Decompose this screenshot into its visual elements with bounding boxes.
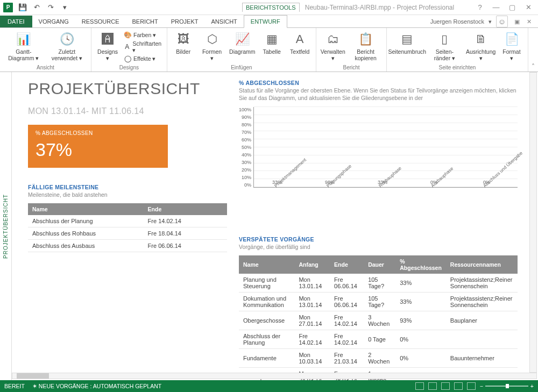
table-row[interactable]: ObergeschosseMon 27.01.14Fre 14.02.143 W… bbox=[239, 311, 518, 330]
table-row[interactable]: Abschluss des RohbausFre 18.04.14 bbox=[28, 227, 227, 239]
kpi-label: % ABGESCHLOSSEN bbox=[36, 130, 160, 136]
manage-icon: 🗂 bbox=[324, 31, 342, 48]
orientation-icon: 🗎 bbox=[472, 31, 490, 48]
milestones-sub: Meilensteine, die bald anstehen bbox=[28, 191, 227, 199]
pct-complete-chart[interactable]: 100%90%80%70%60%50%40%30%20%10%0% 33%98%… bbox=[239, 107, 518, 215]
restore-down-icon[interactable]: ▣ bbox=[512, 17, 522, 26]
save-icon[interactable]: 💾 bbox=[17, 2, 28, 13]
recent-icon: 🕓 bbox=[58, 31, 75, 48]
qat-dropdown-icon[interactable]: ▾ bbox=[59, 2, 70, 13]
status-ready: BEREIT bbox=[4, 383, 25, 389]
colors-icon: 🎨 bbox=[124, 31, 131, 39]
status-schedule-mode[interactable]: ✶ NEUE VORGÄNGE : AUTOMATISCH GEPLANT bbox=[32, 383, 161, 389]
table-row[interactable]: Dokumation und KommunikationMon 13.01.14… bbox=[239, 292, 518, 311]
table-row[interactable]: Planung und SteuerungMon 13.01.14Fre 06.… bbox=[239, 274, 518, 293]
group-label-seite: Seite einrichten bbox=[390, 63, 525, 70]
orientation-button[interactable]: 🗎Ausrichtung ▾ bbox=[465, 30, 497, 63]
kpi-complete-box[interactable]: % ABGESCHLOSSEN 37% bbox=[28, 125, 168, 168]
statusbar: BEREIT ✶ NEUE VORGÄNGE : AUTOMATISCH GEP… bbox=[0, 380, 538, 392]
pct-sub: Status für alle Vorgänge der obersten Eb… bbox=[239, 87, 518, 102]
kpi-value: 37% bbox=[36, 139, 160, 160]
colors-button[interactable]: 🎨Farben ▾ bbox=[123, 31, 164, 39]
view-side-tab[interactable]: PROJEKTÜBERSICHT bbox=[0, 72, 12, 380]
late-tasks-table[interactable]: NameAnfangEndeDauer% AbgeschlossenRessou… bbox=[239, 255, 518, 380]
shapes-icon: ⬡ bbox=[203, 31, 221, 48]
view-shortcut-2-icon[interactable] bbox=[428, 382, 437, 390]
designs-button[interactable]: 🅰Designs ▾ bbox=[95, 30, 121, 63]
table-row[interactable]: Abschluss der PlanungFre 14.02.14 bbox=[28, 215, 227, 227]
minimize-icon[interactable]: — bbox=[490, 2, 502, 13]
maximize-icon[interactable]: ▢ bbox=[506, 2, 519, 13]
table-row[interactable]: Abschluss des AusbausFre 06.06.14 bbox=[28, 239, 227, 252]
late-sub: Vorgänge, die überfällig sind bbox=[239, 244, 518, 251]
tab-projekt[interactable]: PROJEKT bbox=[165, 16, 205, 27]
effects-icon: ◯ bbox=[124, 55, 131, 62]
tab-entwurf[interactable]: ENTWURF bbox=[244, 15, 287, 28]
view-shortcut-1-icon[interactable] bbox=[415, 382, 424, 390]
zoom-slider[interactable]: − + bbox=[480, 383, 534, 389]
view-shortcut-4-icon[interactable] bbox=[454, 382, 463, 390]
table-row[interactable]: Abschluss der PlanungFre 14.02.14Fre 14.… bbox=[239, 330, 518, 348]
designs-icon: 🅰 bbox=[99, 31, 116, 48]
milestones-col-end: Ende bbox=[144, 203, 227, 215]
group-label-bericht: Bericht bbox=[320, 63, 383, 70]
margins-button[interactable]: ▯Seiten- ränder ▾ bbox=[427, 30, 463, 63]
app-icon: P bbox=[3, 3, 13, 12]
page-break-button[interactable]: ▤Seitenumbruch bbox=[390, 30, 424, 63]
close-icon[interactable]: ✕ bbox=[522, 2, 535, 13]
titlebar: P 💾 ↶ ↷ ▾ BERICHTSTOOLS Neubau-Terminal3… bbox=[0, 0, 538, 15]
table-button[interactable]: ▦Tabelle bbox=[259, 30, 285, 63]
date-range: MON 13.01.14- MIT 11.06.14 bbox=[28, 106, 227, 116]
contextual-tab-group: BERICHTSTOOLS bbox=[242, 3, 300, 12]
effects-button[interactable]: ◯Effekte ▾ bbox=[123, 54, 164, 63]
shapes-button[interactable]: ⬡Formen ▾ bbox=[199, 30, 226, 63]
copy-icon: 📋 bbox=[357, 31, 374, 48]
pictures-button[interactable]: 🖼Bilder bbox=[171, 30, 196, 63]
user-dropdown-icon[interactable]: ▾ bbox=[489, 18, 492, 25]
copy-report-button[interactable]: 📋Bericht kopieren bbox=[348, 30, 383, 63]
report-canvas[interactable]: PROJEKTÜBERSICHT MON 13.01.14- MIT 11.06… bbox=[12, 72, 538, 380]
redo-icon[interactable]: ↷ bbox=[45, 2, 56, 13]
page-break-icon: ▤ bbox=[399, 31, 416, 48]
undo-icon[interactable]: ↶ bbox=[31, 2, 42, 13]
collapse-ribbon-icon[interactable]: ˄ bbox=[528, 62, 538, 72]
fonts-icon: A bbox=[124, 43, 130, 51]
chart-icon: 📈 bbox=[233, 31, 251, 48]
view-shortcut-3-icon[interactable] bbox=[441, 382, 450, 390]
textbox-button[interactable]: ATextfeld bbox=[287, 30, 313, 63]
fonts-button[interactable]: ASchriftarten ▾ bbox=[123, 40, 164, 54]
pictures-icon: 🖼 bbox=[175, 31, 192, 48]
ribbon: 📊Gantt- Diagramm ▾ 🕓Zuletzt verwendet ▾ … bbox=[0, 28, 538, 72]
recently-used-button[interactable]: 🕓Zuletzt verwendet ▾ bbox=[46, 30, 88, 63]
tab-bericht[interactable]: BERICHT bbox=[126, 16, 165, 27]
ribbon-tabs: DATEI VORGANG RESSOURCE BERICHT PROJEKT … bbox=[0, 15, 538, 28]
avatar[interactable]: ☺ bbox=[496, 16, 508, 27]
late-heading: VERSPÄTETE VORGÄNGE bbox=[239, 236, 518, 243]
tab-ansicht[interactable]: ANSICHT bbox=[205, 16, 244, 27]
group-label-einfuegen: Einfügen bbox=[171, 63, 313, 70]
textbox-icon: A bbox=[291, 31, 308, 48]
manage-button[interactable]: 🗂Verwalten ▾ bbox=[320, 30, 346, 63]
group-label-ansicht: Ansicht bbox=[3, 63, 88, 70]
format-icon: 📄 bbox=[503, 31, 520, 48]
margins-icon: ▯ bbox=[436, 31, 453, 48]
milestones-heading: FÄLLIGE MEILENSTEINE bbox=[28, 184, 227, 190]
gantt-diagram-button[interactable]: 📊Gantt- Diagramm ▾ bbox=[3, 30, 44, 63]
table-row[interactable]: FundamenteMon 10.03.14Fre 21.03.142 Woch… bbox=[239, 348, 518, 367]
format-button[interactable]: 📄Format ▾ bbox=[499, 30, 525, 63]
milestones-table[interactable]: Name Ende Abschluss der PlanungFre 14.02… bbox=[28, 203, 227, 252]
tab-vorgang[interactable]: VORGANG bbox=[32, 16, 75, 27]
zoom-out-icon[interactable]: − bbox=[480, 383, 483, 389]
h-scrollbar[interactable] bbox=[12, 373, 537, 379]
milestones-col-name: Name bbox=[28, 203, 144, 215]
pct-heading: % ABGESCHLOSSEN bbox=[239, 80, 518, 86]
chart-button[interactable]: 📈Diagramm bbox=[228, 30, 257, 63]
zoom-in-icon[interactable]: + bbox=[530, 383, 534, 389]
document-title: Neubau-Terminal3-AIRBI.mpp - Project Pro… bbox=[305, 4, 454, 11]
user-name[interactable]: Juergen Rosenstock bbox=[430, 18, 484, 25]
view-shortcut-5-icon[interactable] bbox=[467, 382, 476, 390]
help-icon[interactable]: ? bbox=[473, 2, 486, 13]
tab-ressource[interactable]: RESSOURCE bbox=[75, 16, 126, 27]
close-doc-icon[interactable]: ✕ bbox=[524, 17, 534, 26]
file-tab[interactable]: DATEI bbox=[0, 16, 32, 27]
